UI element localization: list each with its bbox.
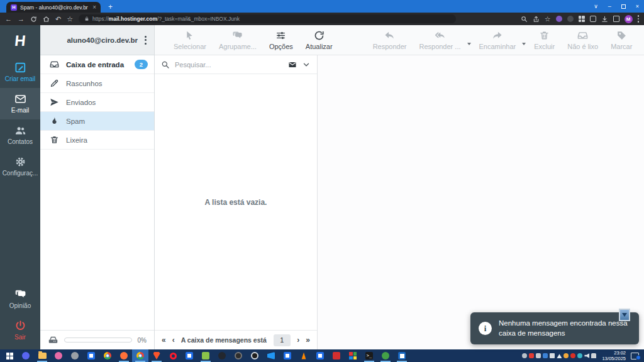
window-minimize-button[interactable]: – (608, 3, 611, 9)
taskbar-icon-app-dark-dot[interactable] (230, 349, 247, 362)
taskbar-icon-terminal[interactable]: >_ (361, 349, 377, 362)
search-scope-envelope-icon[interactable] (288, 60, 297, 69)
sidebar-item-criar-email[interactable]: Criar email (0, 57, 40, 88)
more-button[interactable]: Mais (638, 25, 644, 55)
window-restore-button[interactable] (621, 4, 626, 9)
browser-tab[interactable]: H Spam - aluno40@ciro.dev.br × (6, 2, 101, 13)
forward-dropdown-caret[interactable] (522, 25, 528, 55)
taskbar-icon-vlc[interactable] (296, 349, 312, 362)
address-bar[interactable]: https://mail.hostinger.com/?_task=mail&_… (79, 14, 456, 23)
forward-button[interactable]: Encaminhar (473, 25, 523, 55)
extension-icon[interactable] (567, 16, 574, 22)
taskbar-icon-app-blue-window[interactable] (181, 349, 197, 362)
tray-app-orange-icon[interactable] (564, 353, 569, 358)
tray-network-icon[interactable] (557, 353, 562, 358)
taskbar-icon-app-dark[interactable] (214, 349, 230, 362)
account-menu-icon[interactable] (143, 34, 148, 47)
taskbar-icon-notepad[interactable] (197, 349, 214, 362)
taskbar-icon-calculator[interactable] (394, 349, 410, 362)
tray-app-red-icon[interactable] (570, 353, 575, 358)
bookmark-star-icon[interactable]: ☆ (67, 16, 73, 23)
titlebar-menu-chevron-icon[interactable]: ∨ (594, 3, 598, 9)
back-button[interactable]: ← (5, 16, 12, 23)
taskbar-icon-app-red[interactable] (328, 349, 345, 362)
previous-page-button[interactable]: ‹ (172, 336, 175, 344)
folder-spam[interactable]: Spam (40, 112, 154, 131)
last-page-button[interactable]: » (306, 336, 310, 344)
refresh-button[interactable]: Atualizar (299, 25, 339, 55)
taskbar-clock[interactable]: 23:02 13/05/2025 (602, 350, 626, 362)
reload-button[interactable] (30, 16, 37, 23)
folder-enviados[interactable]: Enviados (40, 93, 154, 112)
new-tab-button[interactable]: + (108, 3, 113, 11)
profile-avatar[interactable]: M (625, 15, 633, 23)
taskbar-icon-obs[interactable] (247, 349, 263, 362)
tray-app-blue-icon[interactable] (543, 353, 548, 358)
first-page-button[interactable]: « (162, 336, 166, 344)
taskbar-icon-file-explorer[interactable] (34, 349, 50, 362)
not-junk-button[interactable]: Não é lixo (561, 25, 604, 55)
sidebar-item-contatos[interactable]: Contatos (0, 119, 40, 151)
reply-all-button[interactable]: Responder ... (413, 25, 467, 55)
taskbar-icon-app-blue-window[interactable] (279, 349, 296, 362)
search-input[interactable] (175, 61, 283, 69)
share-icon[interactable] (533, 16, 540, 23)
next-page-button[interactable]: › (297, 336, 299, 344)
tray-settings-icon[interactable] (522, 353, 527, 358)
zoom-icon[interactable] (521, 16, 528, 23)
taskbar-icon-chrome[interactable] (99, 349, 116, 362)
tray-display-icon[interactable] (550, 353, 555, 358)
delete-button[interactable]: Excluir (528, 25, 561, 55)
screenshot-icon[interactable] (590, 16, 596, 22)
threads-button[interactable]: Agrupame... (213, 25, 263, 55)
taskbar-icon-active-browser[interactable] (132, 349, 148, 362)
browser-titlebar: H Spam - aluno40@ciro.dev.br × + ∨ – × (0, 0, 644, 13)
taskbar-icon-vscode[interactable] (263, 349, 279, 362)
taskbar-icon-app-blue-window[interactable] (312, 349, 328, 362)
taskbar-icon-app-grid-colorful[interactable] (345, 349, 361, 362)
tab-close-icon[interactable]: × (92, 4, 96, 11)
taskbar-icon-app-gray[interactable] (67, 349, 83, 362)
folder-rascunhos[interactable]: Rascunhos (40, 74, 154, 93)
bookmark-page-star-icon[interactable]: ☆ (545, 16, 551, 23)
taskbar-icon-app-pink[interactable] (50, 349, 67, 362)
tray-volume-icon[interactable] (584, 353, 589, 358)
folder-lixeira[interactable]: Lixeira (40, 131, 154, 150)
side-panel-icon[interactable] (613, 16, 619, 22)
reply-all-dropdown-caret[interactable] (467, 25, 473, 55)
start-button[interactable] (1, 349, 18, 362)
sidebar-item-email[interactable]: E-mail (0, 88, 40, 119)
window-close-button[interactable]: × (636, 3, 639, 9)
page-number-input[interactable]: 1 (274, 334, 291, 346)
scroll-down-overlay-button[interactable] (619, 309, 630, 321)
mark-button[interactable]: Marcar (604, 25, 638, 55)
undo-icon[interactable]: ↶ (55, 16, 61, 23)
folder-caixa-de-entrada[interactable]: Caixa de entrada 2 (40, 55, 154, 74)
select-button[interactable]: Selecionar (167, 25, 213, 55)
extension-icon[interactable] (556, 16, 562, 22)
tray-app-icon[interactable] (536, 353, 541, 358)
reply-button[interactable]: Responder (367, 25, 413, 55)
tray-app-teal-icon[interactable] (577, 353, 582, 358)
home-button[interactable] (43, 16, 50, 23)
sidebar-item-sair[interactable]: Sair (0, 315, 40, 349)
taskbar-icon-opera[interactable] (165, 349, 181, 362)
button-label: Selecionar (174, 43, 206, 50)
browser-menu-icon[interactable] (638, 15, 640, 23)
sidebar-item-configuracoes[interactable]: Configuraç... (0, 151, 40, 182)
taskbar-icon-brave[interactable] (148, 349, 165, 362)
extensions-grid-icon[interactable] (579, 16, 585, 22)
options-button[interactable]: Opções (263, 25, 299, 55)
forward-button[interactable]: → (18, 16, 25, 23)
taskbar-icon-app-green[interactable] (377, 349, 394, 362)
downloads-icon[interactable] (601, 16, 608, 23)
tray-error-icon[interactable] (529, 353, 534, 358)
sidebar-item-opiniao[interactable]: Opinião (0, 283, 40, 315)
taskbar-icon-discord[interactable] (18, 349, 34, 362)
taskbar-icon-firefox[interactable] (116, 349, 132, 362)
notification-center-icon[interactable] (631, 353, 639, 359)
search-icon[interactable] (161, 60, 170, 69)
tray-usb-icon[interactable] (591, 353, 596, 358)
taskbar-icon-app-blue-window[interactable] (83, 349, 99, 362)
search-options-chevron-icon[interactable] (302, 60, 311, 69)
